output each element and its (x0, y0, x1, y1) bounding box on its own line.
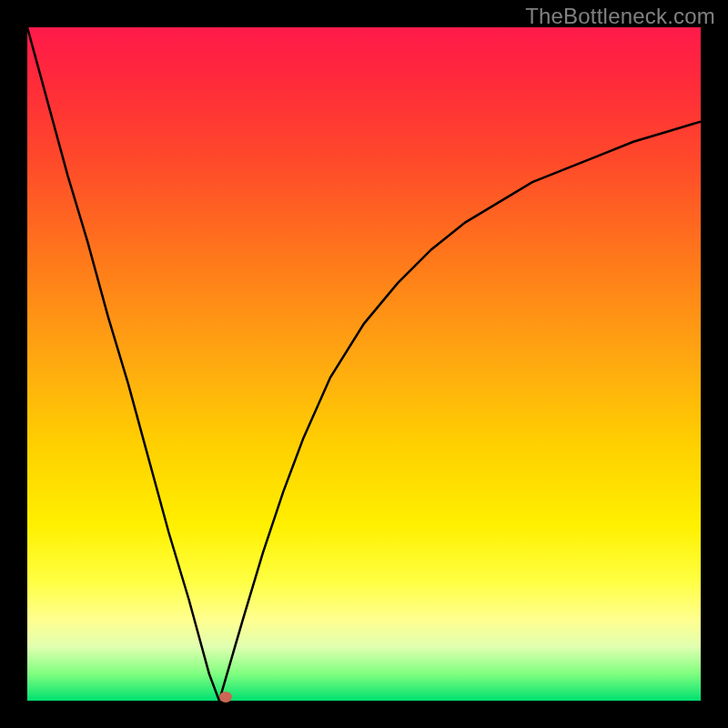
watermark-text: TheBottleneck.com (525, 4, 715, 29)
curve-path (27, 27, 701, 701)
plot-area (27, 27, 701, 701)
chart-frame: TheBottleneck.com (0, 0, 728, 728)
optimum-marker (219, 692, 232, 703)
bottleneck-curve (27, 27, 701, 701)
